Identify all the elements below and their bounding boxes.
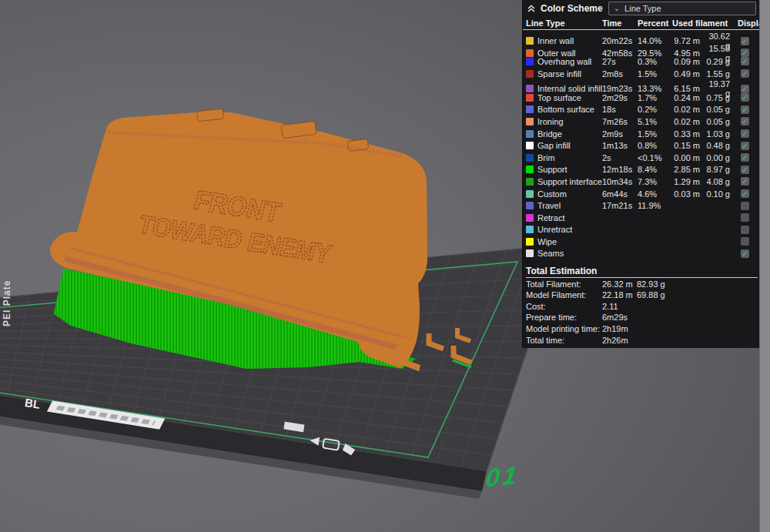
used-length-value: 2.85 m [672,165,705,174]
line-type-row: Travel17m21s11.9% [526,199,758,212]
display-checkbox[interactable]: ✓ [741,37,749,45]
percent-value: 4.6% [638,189,672,199]
line-type-row: Custom6m44s4.6%0.03 m0.10 g✓ [526,188,758,200]
line-type-row: Wipe [526,236,758,248]
time-value: 2s [602,153,638,162]
line-type-color-swatch [526,37,534,45]
total-value-1: 2h26m [602,336,637,345]
time-value: 10m34s [602,177,638,186]
time-value: 27s [602,57,638,66]
total-row: Prepare time:6m29s [526,312,758,323]
used-length-value: 9.72 m [672,36,705,45]
line-type-color-swatch [526,202,534,209]
display-checkbox[interactable]: ✓ [741,117,749,125]
color-scheme-dropdown[interactable]: ⌄ Line Type [608,2,756,15]
line-type-row: Gap infill1m13s0.8%0.15 m0.48 g✓ [526,139,758,152]
display-checkbox[interactable]: ✓ [741,166,749,174]
used-length-value: 0.02 m [672,105,705,114]
line-type-color-swatch [526,190,534,198]
header-used-filament: Used filament [672,18,735,28]
display-checkbox[interactable] [741,202,749,210]
used-length-value: 1.29 m [672,177,705,186]
line-type-color-swatch [526,154,534,162]
display-checkbox[interactable]: ✓ [741,93,749,102]
total-estimation-rows: Total Filament:26.32 m82.93 gModel Filam… [526,278,758,346]
line-type-color-swatch [526,58,534,65]
percent-value: 1.5% [638,69,672,79]
percent-value: 5.1% [638,117,672,126]
plate-corner-label: 01 [484,461,521,492]
panel-title: Color Scheme [541,3,603,14]
total-value-1: 2h19m [602,324,637,333]
used-weight-value: 0.05 g [705,117,735,126]
display-checkbox[interactable]: ✓ [741,69,749,78]
header-display: Display [738,18,758,28]
total-row: Total time:2h26m [526,334,758,346]
total-label: Total time: [526,336,602,345]
used-length-value: 0.03 m [672,189,705,199]
used-weight-value: 0.75 g [705,93,735,102]
line-type-row: Bridge2m9s1.5%0.33 m1.03 g✓ [526,128,758,140]
line-type-row: Unretract [526,224,758,236]
display-checkbox[interactable] [741,213,749,222]
percent-value: 0.8% [638,141,672,150]
line-type-label: Ironing [537,117,564,126]
line-type-color-swatch [526,226,534,233]
total-value-1: 26.32 m [602,279,637,289]
display-checkbox[interactable]: ✓ [741,249,749,258]
line-type-color-swatch [526,94,534,102]
time-value: 2m9s [602,129,638,139]
percent-value: 11.9% [638,201,672,210]
display-checkbox[interactable]: ✓ [741,129,749,138]
used-length-value: 4.95 m [672,49,705,58]
display-checkbox[interactable]: ✓ [741,189,749,198]
used-weight-value: 0.48 g [705,141,735,150]
chevrons-up-icon [527,4,536,13]
line-type-color-swatch [526,142,534,149]
percent-value: 29.5% [638,49,672,58]
line-type-color-swatch [526,130,534,138]
percent-value: 13.3% [638,84,672,93]
total-value-1: 22.18 m [602,290,637,299]
line-type-label: Support [537,165,567,174]
line-type-color-swatch [526,238,534,246]
display-checkbox[interactable] [741,226,749,234]
panel-scrollbar[interactable] [759,0,770,532]
line-type-row: Support interface10m34s7.3%1.29 m4.08 g✓ [526,176,758,188]
used-length-value: 0.15 m [672,141,705,150]
display-checkbox[interactable]: ✓ [741,153,749,162]
display-checkbox[interactable] [741,237,749,246]
dropdown-value: Line Type [624,4,661,13]
percent-value: 1.5% [638,129,672,139]
used-length-value: 0.49 m [672,69,705,79]
time-value: 17m21s [602,201,638,210]
total-label: Model printing time: [526,324,602,333]
total-label: Cost: [526,302,602,311]
time-value: 6m44s [602,189,638,199]
line-type-row: Internal solid infill19m23s13.3%6.15 m19… [526,79,758,92]
total-label: Model Filament: [526,290,602,299]
display-checkbox[interactable]: ✓ [741,177,749,186]
display-checkbox[interactable]: ✓ [741,49,749,57]
display-checkbox[interactable]: ✓ [741,85,749,93]
used-length-value: 0.00 m [672,153,705,162]
line-type-label: Outer wall [537,49,576,58]
percent-value: 0.3% [638,57,672,66]
percent-value: <0.1% [638,153,672,162]
line-type-color-swatch [526,118,534,125]
used-weight-value: 0.00 g [705,153,735,162]
display-checkbox[interactable]: ✓ [741,105,749,114]
percent-value: 0.2% [638,105,672,114]
total-estimation-section: Total Estimation Total Filament:26.32 m8… [523,265,759,346]
total-row: Model printing time:2h19m [526,323,758,335]
slicer-app: { "panel": { "title": "Color Scheme", "c… [0,0,770,532]
plate-side-label: PEI Plate [2,280,12,326]
display-checkbox[interactable]: ✓ [741,57,749,65]
collapse-panel-button[interactable] [526,3,537,14]
line-type-row: Inner wall20m22s14.0%9.72 m30.62 g✓ [526,32,758,44]
display-checkbox[interactable]: ✓ [741,142,749,150]
header-line-type: Line Type [526,18,602,28]
percent-value: 8.4% [638,165,672,174]
line-type-row: Sparse infill2m8s1.5%0.49 m1.55 g✓ [526,68,758,80]
total-value-2: 82.93 g [637,279,758,289]
